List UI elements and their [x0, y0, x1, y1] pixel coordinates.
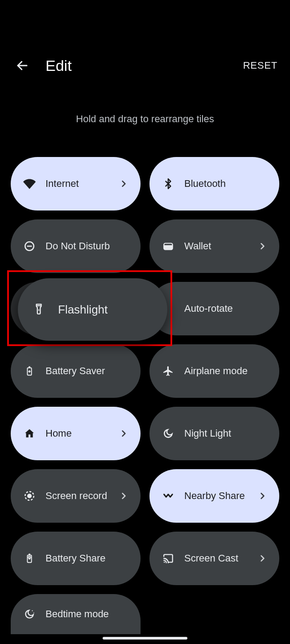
tile-bluetooth[interactable]: Bluetooth — [149, 157, 279, 211]
header-bar: Edit RESET — [0, 50, 290, 81]
tile-label: Night Light — [184, 428, 267, 439]
svg-point-16 — [33, 612, 34, 613]
screen-record-icon — [23, 490, 36, 502]
svg-point-11 — [28, 494, 31, 498]
tile-label: Do Not Disturb — [46, 240, 128, 252]
tile-battery-share[interactable]: Battery Share — [11, 532, 141, 585]
tile-label: Battery Share — [46, 553, 128, 564]
tile-label: Flashlight — [58, 303, 108, 317]
bedtime-icon — [23, 608, 36, 620]
home-indicator[interactable] — [103, 637, 187, 640]
tile-label: Wallet — [184, 240, 248, 252]
night-light-icon — [162, 427, 174, 440]
svg-point-15 — [32, 610, 33, 611]
svg-point-14 — [164, 561, 165, 563]
bluetooth-icon — [162, 178, 174, 190]
chevron-right-icon — [119, 429, 128, 438]
hint-text: Hold and drag to rearrange tiles — [0, 113, 290, 125]
back-arrow-icon — [16, 59, 29, 72]
svg-point-18 — [38, 310, 40, 311]
tile-bedtime-mode[interactable]: Bedtime mode — [11, 594, 141, 634]
chevron-right-icon — [258, 491, 267, 500]
chevron-right-icon — [258, 242, 267, 251]
tile-airplane-mode[interactable]: Airplane mode — [149, 344, 279, 398]
tile-label: Screen record — [46, 490, 109, 502]
tile-internet[interactable]: Internet — [11, 157, 141, 211]
tile-screen-record[interactable]: Screen record — [11, 469, 141, 523]
nearby-share-icon — [162, 490, 174, 502]
page-title: Edit — [46, 57, 243, 74]
tile-wallet[interactable]: Wallet — [149, 219, 279, 273]
tile-battery-saver[interactable]: Battery Saver — [11, 344, 141, 398]
tile-label: Screen Cast — [184, 553, 248, 564]
flashlight-icon — [33, 302, 46, 317]
tile-auto-rotate[interactable]: Auto-rotate — [149, 282, 279, 335]
chevron-right-icon — [119, 491, 128, 500]
home-icon — [23, 427, 36, 440]
tile-label: Home — [46, 428, 109, 439]
dnd-icon — [23, 240, 36, 252]
airplane-icon — [162, 365, 174, 377]
tile-home[interactable]: Home — [11, 407, 141, 460]
chevron-right-icon — [258, 554, 267, 563]
cast-icon — [162, 552, 174, 565]
tile-do-not-disturb[interactable]: Do Not Disturb — [11, 219, 141, 273]
tile-label: Bluetooth — [184, 178, 267, 190]
tile-label: Airplane mode — [184, 365, 267, 377]
chevron-right-icon — [119, 179, 128, 188]
tile-label: Nearby Share — [184, 490, 248, 502]
tile-label: Auto-rotate — [184, 303, 267, 314]
tile-label: Battery Saver — [46, 365, 128, 377]
battery-saver-icon — [23, 365, 36, 377]
tile-label: Bedtime mode — [46, 608, 128, 620]
tile-nearby-share[interactable]: Nearby Share — [149, 469, 279, 523]
tile-label: Internet — [46, 178, 109, 190]
tiles-grid: Internet Bluetooth Do Not Disturb Wallet… — [0, 157, 290, 634]
tile-screen-cast[interactable]: Screen Cast — [149, 532, 279, 585]
wallet-icon — [162, 240, 174, 252]
reset-button[interactable]: RESET — [243, 60, 278, 71]
battery-share-icon — [23, 552, 36, 565]
wifi-icon — [23, 178, 36, 190]
tile-flashlight[interactable]: Flashlight — [18, 278, 167, 341]
back-button[interactable] — [12, 56, 32, 75]
tile-night-light[interactable]: Night Light — [149, 407, 279, 460]
